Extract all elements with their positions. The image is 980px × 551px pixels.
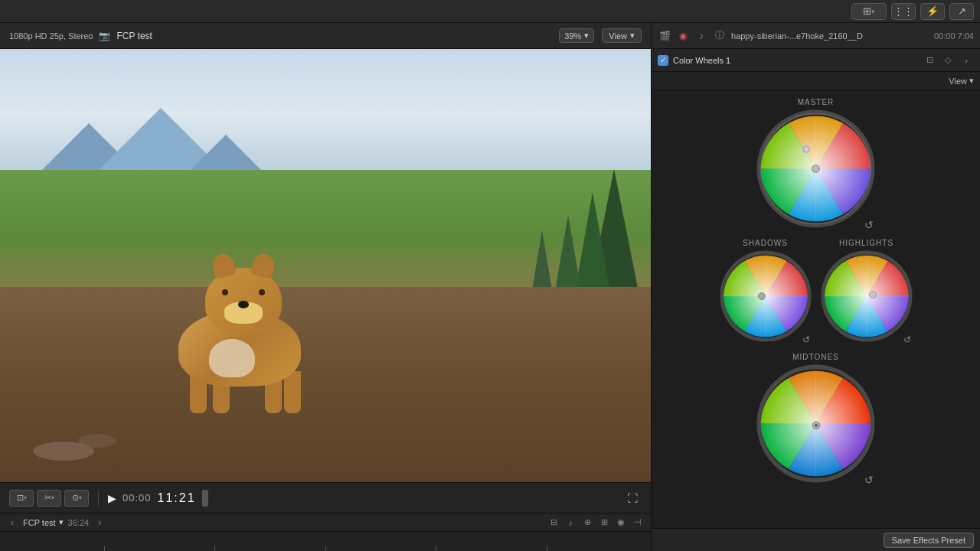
svg-point-15 xyxy=(758,293,765,300)
right-panel: 🎬 ◉ ♪ ⓘ happy-siberian-...e7hoke_2160__D… xyxy=(651,23,980,551)
view-dropdown-btn[interactable]: View ▾ xyxy=(949,76,974,86)
highlights-color-wheel[interactable] xyxy=(821,250,913,342)
fullscreen-btn[interactable]: ⛶ xyxy=(623,490,642,507)
view-label: View xyxy=(949,77,967,86)
right-panel-header: 🎬 ◉ ♪ ⓘ happy-siberian-...e7hoke_2160__D… xyxy=(652,23,980,49)
video-resolution: 1080p HD 25p, Stereo xyxy=(9,31,93,41)
shadows-wheel-container[interactable]: ↺ xyxy=(720,250,812,342)
effects-icon: ⚡ xyxy=(926,5,939,17)
video-preview xyxy=(0,49,651,482)
info-icon[interactable]: ⓘ xyxy=(713,29,727,43)
master-label: MASTER xyxy=(798,98,835,106)
grid-icon: ⋮⋮ xyxy=(893,5,913,17)
share-icon: ↗ xyxy=(958,5,966,17)
film-icon: 🎬 xyxy=(658,29,671,43)
audio-icon[interactable]: ♪ xyxy=(694,29,708,43)
camera-icon: 📷 xyxy=(99,31,110,41)
connections-btn[interactable]: ⊕ xyxy=(580,516,594,530)
timeline-project[interactable]: FCP test ▾ xyxy=(23,517,64,527)
solo-btn[interactable]: ◉ xyxy=(614,516,628,530)
timeline-prev-btn[interactable]: ‹ xyxy=(6,517,18,529)
shadows-reset-btn[interactable]: ↺ xyxy=(802,334,810,345)
transform-btn[interactable]: ⊡ ▾ xyxy=(9,490,34,507)
view-chevron: ▾ xyxy=(969,76,974,86)
top-bar: ⊞ ▾ ⋮⋮ ⚡ ↗ xyxy=(0,0,980,23)
shadows-wheel-col: SHADOWS xyxy=(720,239,812,342)
trim-btn[interactable]: ✂ ▾ xyxy=(37,490,61,507)
timeline-project-chevron: ▾ xyxy=(59,517,64,527)
effect-enable-checkbox[interactable]: ✓ xyxy=(658,55,668,66)
timecode-prefix: 00:00 xyxy=(122,492,152,504)
zoom-control[interactable]: 39% ▾ xyxy=(559,28,594,43)
timeline-ruler[interactable]: 00:00:20:00 00:00:25:00 00:00:30:00 00:0… xyxy=(0,532,651,551)
midtones-wheel-container[interactable]: ↺ xyxy=(756,364,875,483)
video-project-name: FCP test xyxy=(116,31,152,41)
timecode-current: 11:21 xyxy=(158,491,196,505)
clip-filename: happy-siberian-...e7hoke_2160__D xyxy=(731,31,929,41)
svg-point-22 xyxy=(869,292,876,298)
transform-tools: ⊡ ▾ ✂ ▾ ⊙ ▾ xyxy=(9,490,89,507)
midtones-label: MIDTONES xyxy=(792,353,839,361)
highlights-reset-btn[interactable]: ↺ xyxy=(903,334,911,345)
midtones-wheel-section: MIDTONES xyxy=(756,353,875,483)
zoom-chevron: ▾ xyxy=(584,31,589,41)
video-header: 1080p HD 25p, Stereo 📷 FCP test 39% ▾ Vi… xyxy=(0,23,651,49)
master-reset-btn[interactable]: ↺ xyxy=(864,219,874,231)
left-panel: 1080p HD 25p, Stereo 📷 FCP test 39% ▾ Vi… xyxy=(0,23,651,551)
view-chevron: ▾ xyxy=(630,31,635,41)
fullscreen-icon: ⛶ xyxy=(627,492,638,504)
crop-btn[interactable]: ⊙ ▾ xyxy=(64,490,89,507)
effect-name[interactable]: Color Wheels 1 xyxy=(673,56,917,65)
svg-point-8 xyxy=(812,165,820,173)
view-label: View xyxy=(609,31,627,41)
save-effects-preset-btn[interactable]: Save Effects Preset xyxy=(884,533,974,548)
highlights-wheel-container[interactable]: ↺ xyxy=(821,250,913,342)
shadows-label: SHADOWS xyxy=(743,239,788,247)
timeline-project-name: FCP test xyxy=(23,518,56,527)
effects-browser-btn[interactable]: ⚡ xyxy=(920,3,945,20)
midtones-color-wheel[interactable] xyxy=(756,364,875,483)
husky-dog xyxy=(163,264,332,386)
crop-icon: ⊙ xyxy=(72,493,79,503)
master-color-wheel[interactable] xyxy=(756,109,875,228)
color-wheels-area: MASTER xyxy=(652,90,980,528)
share-btn[interactable]: ↗ xyxy=(949,3,974,20)
zoom-value: 39% xyxy=(564,31,581,41)
trim-icon: ✂ xyxy=(44,493,51,503)
highlights-wheel-col: HIGHLIGHTS xyxy=(821,239,913,342)
timeline-nav: ‹ FCP test ▾ 36:24 › ⊟ ♪ ⊕ ⊞ ◉ ⊣ xyxy=(0,514,651,532)
svg-point-30 xyxy=(815,424,818,427)
effect-fullscreen-btn[interactable]: ⊡ xyxy=(922,54,937,67)
play-button[interactable]: ▶ xyxy=(108,492,116,504)
timeline-tools: ⊟ ♪ ⊕ ⊞ ◉ ⊣ xyxy=(547,516,645,530)
timeline-area: ‹ FCP test ▾ 36:24 › ⊟ ♪ ⊕ ⊞ ◉ ⊣ xyxy=(0,513,651,551)
effect-keyframe-btn[interactable]: ◇ xyxy=(940,54,956,67)
playhead-marker[interactable] xyxy=(202,490,208,507)
effect-header: ✓ Color Wheels 1 ⊡ ◇ › xyxy=(652,49,980,72)
clip-appearance-btn[interactable]: ⊟ xyxy=(547,516,560,530)
skimmer-btn[interactable]: ⊞ xyxy=(597,516,611,530)
media-browser-btn[interactable]: ⋮⋮ xyxy=(891,3,916,20)
midtones-reset-btn[interactable]: ↺ xyxy=(864,474,874,486)
timeline-next-btn[interactable]: › xyxy=(93,517,106,529)
snapping-btn[interactable]: ⊣ xyxy=(631,516,645,530)
effect-actions: ⊡ ◇ › xyxy=(922,54,974,67)
color-icon[interactable]: ◉ xyxy=(676,29,690,43)
view-control[interactable]: View ▾ xyxy=(602,28,642,43)
video-controls: ⊡ ▾ ✂ ▾ ⊙ ▾ ▶ 00:00 11:21 ⛶ xyxy=(0,482,651,513)
workspace-switcher[interactable]: ⊞ ▾ xyxy=(851,3,887,20)
transform-icon: ⊡ xyxy=(17,493,24,503)
shadows-highlights-row: SHADOWS xyxy=(720,239,913,342)
video-info: 1080p HD 25p, Stereo 📷 FCP test xyxy=(9,31,551,41)
master-wheel-container[interactable]: ↺ xyxy=(756,109,875,228)
shadows-color-wheel[interactable] xyxy=(720,250,812,342)
main-layout: 1080p HD 25p, Stereo 📷 FCP test 39% ▾ Vi… xyxy=(0,23,980,551)
audio-btn[interactable]: ♪ xyxy=(564,516,577,530)
effect-menu-btn[interactable]: › xyxy=(959,54,974,67)
bottom-bar: Save Effects Preset xyxy=(652,528,980,551)
view-header: View ▾ xyxy=(652,72,980,90)
video-canvas xyxy=(0,49,651,482)
workspace-icon: ⊞ xyxy=(863,5,871,17)
clip-timecode: 00:00 7:04 xyxy=(934,31,974,41)
highlights-label: HIGHLIGHTS xyxy=(839,239,893,247)
